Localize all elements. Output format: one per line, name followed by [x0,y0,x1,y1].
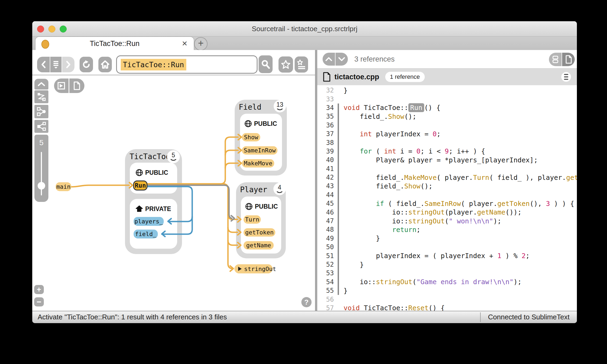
panel-divider[interactable] [315,50,317,311]
node-turn[interactable]: Turn [244,215,261,224]
chevron-right-icon [65,60,71,69]
code-token: Player& player = *players_[playerIndex]; [344,156,538,164]
snippet-view-button[interactable] [549,53,562,66]
new-tab-button[interactable]: + [194,37,208,51]
code-token: stringOut [408,208,445,216]
minimize-file-button[interactable] [561,72,571,82]
code-token: } [344,234,380,242]
dependency-graph: TicTacToe PUBLIC PRIVATE [32,75,315,311]
line-number: 39 [317,148,334,155]
code-line[interactable]: 45 if ( field_.SameInRow( player.getToke… [317,199,577,208]
code-text: Player& player = *players_[playerIndex]; [344,156,538,164]
code-line[interactable]: 57void TicTacToe::Reset() { [317,304,577,311]
code-line[interactable]: 44 [317,191,577,199]
code-line[interactable]: 40 Player& player = *players_[playerInde… [317,156,577,164]
file-view-button[interactable] [562,53,575,66]
previous-reference-button[interactable] [323,53,335,66]
code-line[interactable]: 42 field_.MakeMove( player.Turn( field_ … [317,173,577,182]
depth-slider[interactable]: 5 [34,135,48,202]
zoom-out-button[interactable]: − [34,297,44,306]
file-title-bar[interactable]: tictactoe.cpp 1 reference [317,68,577,85]
bookmark-list-button[interactable] [295,56,308,73]
code-line[interactable]: 46 io::stringOut(player.getName()); [317,208,577,216]
node-show[interactable]: Show [242,133,260,141]
code-line[interactable]: 49 } [317,234,577,243]
code-line[interactable]: 37 int playerIndex = 0; [317,130,577,138]
node-makemove[interactable]: MakeMove [242,159,274,167]
node-gettoken[interactable]: getToken [244,228,275,237]
graph-panel: TicTacToe::Run [32,50,315,311]
code-line[interactable]: 39 for ( int i = 0; i < 9; i++ ) { [317,147,577,156]
slider-knob[interactable] [38,182,45,190]
code-line[interactable]: 48 return; [317,225,577,234]
node-sameinrow[interactable]: SameInRow [242,146,277,155]
code-line[interactable]: 53 [317,269,577,277]
code-line[interactable]: 55} [317,286,577,295]
code-line[interactable]: 56 [317,295,577,304]
svg-text:Player: Player [240,185,267,194]
graph-trail-button[interactable] [54,78,69,93]
chevron-up-icon [38,82,45,86]
code-line[interactable]: 34void TicTacToe::Run() { [317,104,577,112]
code-line[interactable]: 52 } [317,260,577,269]
code-line[interactable]: 43 field_.Show(); [317,182,577,190]
node-stringout[interactable]: stringOut [234,264,276,273]
badge-player[interactable]: 4 [273,183,286,195]
refresh-button[interactable] [80,57,93,72]
zoom-in-button[interactable]: + [34,285,44,294]
incoming-dependencies-button[interactable] [34,105,48,118]
code-text: field_.MakeMove( player.Turn( field_ ), … [344,174,577,181]
node-getname[interactable]: getName [244,241,274,249]
code-token: 1 [497,252,501,260]
code-line[interactable]: 47 io::stringOut(" won!\n\n"); [317,217,577,225]
code-token: Show [404,182,420,190]
badge-tictactoe[interactable]: 5 [167,150,180,163]
search-input-value[interactable]: TicTacToe::Run [121,59,186,70]
code-line[interactable]: 50 [317,243,577,251]
graph-file-button[interactable] [69,78,84,93]
svg-text:field_: field_ [135,231,156,237]
node-run[interactable]: Run [134,181,147,190]
code-token: playerIndex = [372,130,433,138]
bookmark-button[interactable] [278,56,293,73]
custom-trail-button[interactable] [34,90,48,103]
node-players[interactable]: players_ [134,217,164,226]
code-token: stringOut [408,217,445,225]
code-line[interactable]: 33 [317,95,577,103]
main-content: TicTacToe::Run [32,50,577,311]
active-symbol-highlight[interactable]: Run [408,103,424,112]
home-button[interactable] [98,57,112,72]
code-token: ; i < [420,147,445,155]
line-number: 55 [317,287,334,294]
search-button[interactable] [259,55,273,73]
svg-text:PUBLIC: PUBLIC [145,169,168,176]
search-field[interactable]: TicTacToe::Run [116,55,258,74]
badge-field[interactable]: 13 [274,100,286,112]
scope-indicator [338,243,339,251]
tab-close-icon[interactable]: ✕ [180,39,189,48]
node-main[interactable]: main [56,182,71,191]
code-line[interactable]: 51 playerIndex = ( playerIndex + 1 ) % 2… [317,251,577,260]
code-token [344,200,376,208]
code-line[interactable]: 35 field_.Show(); [317,112,577,121]
next-reference-button[interactable] [335,53,348,66]
code-line[interactable]: 54 io::stringOut("Game ends in draw!\n\n… [317,278,577,286]
code-line[interactable]: 38 [317,138,577,147]
graph-collapse-button[interactable] [34,79,48,90]
tab-tictactoe-run[interactable]: TicTacToe::Run ✕ [35,37,194,50]
node-field-member[interactable]: field_ [134,230,158,238]
code-line[interactable]: 32} [317,86,577,95]
ide-connection-status[interactable]: Connected to SublimeText [481,311,577,323]
outgoing-dependencies-button[interactable] [34,120,48,133]
scope-indicator [338,130,339,138]
line-number: 36 [317,122,334,129]
code-token: } [344,87,348,94]
code-line[interactable]: 36 [317,121,577,130]
graph-canvas[interactable]: TicTacToe PUBLIC PRIVATE [32,75,315,311]
code-line[interactable]: 41 [317,165,577,173]
help-button[interactable]: ? [301,297,312,307]
forward-button[interactable] [62,57,74,72]
history-dropdown-button[interactable] [50,57,62,72]
code-text: io::stringOut("Game ends in draw!\n\n"); [344,278,522,286]
back-button[interactable] [37,57,50,72]
